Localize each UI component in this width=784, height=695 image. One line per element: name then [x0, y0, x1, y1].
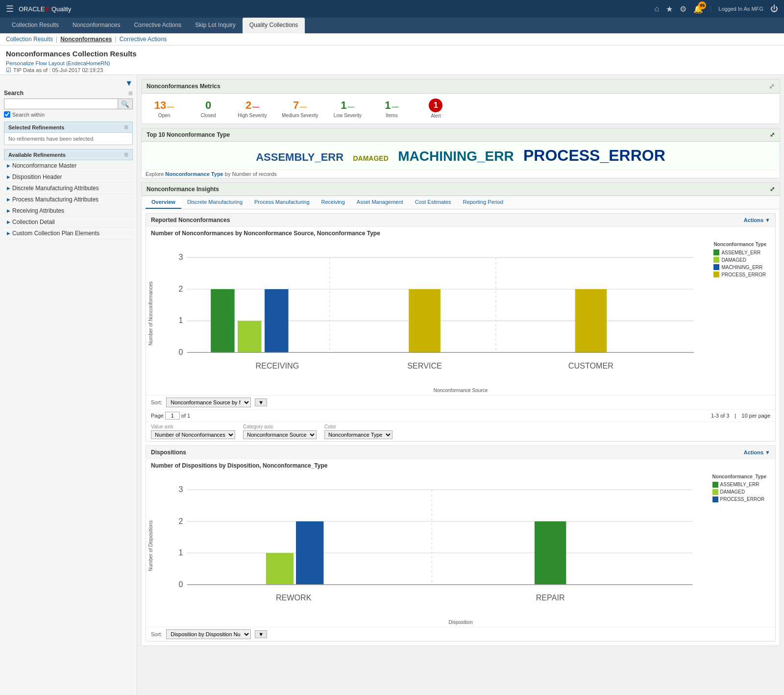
power-icon[interactable]: ⏻: [770, 4, 778, 13]
star-icon[interactable]: ★: [666, 4, 673, 14]
tab-receiving[interactable]: Receiving: [316, 196, 351, 209]
metrics-card: Nonconformances Metrics ⤢ 13 — Open 0: [141, 79, 780, 124]
refinements-list: Nonconformance Master Disposition Header…: [4, 160, 133, 239]
refinement-disposition-header[interactable]: Disposition Header: [4, 172, 133, 183]
chart2-section-header: Dispositions Actions ▼: [146, 446, 775, 459]
chart2-area: Number of Dispositions 3 2 1 0: [146, 472, 775, 620]
nav-tab-quality-collections[interactable]: Quality Collections: [243, 18, 305, 33]
chart2-section: Dispositions Actions ▼ Number of Disposi…: [146, 446, 776, 642]
insights-tabs: Overview Discrete Manufacturing Process …: [142, 196, 780, 209]
svg-text:3: 3: [178, 485, 183, 494]
tab-discrete-manufacturing[interactable]: Discrete Manufacturing: [181, 196, 248, 209]
tag-process-error[interactable]: PROCESS_ERROR: [523, 147, 665, 164]
svg-rect-31: [535, 521, 566, 585]
search-expand-icon[interactable]: ⊞: [128, 90, 133, 97]
insights-expand-icon[interactable]: ⤢: [770, 186, 775, 193]
tab-cost-estimates[interactable]: Cost Estimates: [409, 196, 457, 209]
metric-high-severity: 2 — High Severity: [238, 99, 267, 118]
search-input[interactable]: [4, 99, 118, 109]
nav-tabs: Collection Results Nonconformances Corre…: [0, 18, 784, 33]
refinement-process-manufacturing[interactable]: Process Manufacturing Attributes: [4, 194, 133, 205]
metrics-row: 13 — Open 0 Closed 2 —: [142, 94, 780, 124]
tab-asset-management[interactable]: Asset Management: [351, 196, 409, 209]
legend-item-process-error: PROCESS_ERROR: [713, 272, 766, 277]
chart2-legend-process-error: PROCESS_ERROR: [712, 496, 766, 502]
oracle-logo: ORACLE® Quality: [19, 5, 71, 13]
chart1-sort-select[interactable]: Nonconformance Source by f: [166, 397, 251, 407]
chart1-actions-button[interactable]: Actions ▼: [744, 217, 770, 223]
tagcloud-content: ASSEMBLY_ERR DAMAGED MACHINING_ERR PROCE…: [142, 142, 780, 170]
personalize-link[interactable]: Personalize Flow Layout (EndecaHomeRN): [6, 60, 110, 66]
tab-overview[interactable]: Overview: [146, 196, 181, 209]
refinement-nonconformance-master[interactable]: Nonconformance Master: [4, 160, 133, 172]
home-icon[interactable]: ⌂: [654, 4, 659, 13]
metric-closed: 0 Closed: [194, 99, 223, 118]
chart1-value-axis-select[interactable]: Number of Nonconformances: [151, 430, 235, 439]
hamburger-icon[interactable]: ☰: [6, 3, 14, 14]
filter-icon[interactable]: ▼: [125, 79, 133, 88]
checkbox-icon: ☑: [6, 67, 11, 74]
actions-dropdown-icon: ▼: [765, 217, 770, 223]
chart1-content: 3 2 1 0 RECEIVING: [155, 240, 710, 388]
chart2-x-axis-label: Disposition: [146, 620, 775, 625]
breadcrumb-collection-results[interactable]: Collection Results: [6, 36, 53, 43]
logged-in-label: Logged In As MFG: [718, 6, 763, 12]
notification-bell[interactable]: 🔔 95: [693, 4, 703, 14]
metrics-expand-icon[interactable]: ⤢: [769, 82, 775, 90]
refinement-collection-detail[interactable]: Collection Detail: [4, 217, 133, 228]
svg-text:1: 1: [179, 316, 183, 324]
chart2-controls: Sort: Disposition by Disposition Nu ▼: [146, 627, 775, 641]
nav-tab-skip-lot[interactable]: Skip Lot Inquiry: [188, 18, 243, 33]
selected-refinements-expand-icon[interactable]: ⊞: [124, 124, 128, 130]
metric-items: 1 — Items: [377, 99, 406, 118]
top-header: ☰ ORACLE® Quality ⌂ ★ ⚙ 🔔 95 | Logged In…: [0, 0, 784, 18]
tab-process-manufacturing[interactable]: Process Manufacturing: [248, 196, 316, 209]
available-refinements-section: Available Refinements ⊞ Nonconformance M…: [4, 149, 133, 239]
search-input-wrap: 🔍: [4, 99, 133, 109]
chart1-sort-dropdown[interactable]: ▼: [255, 398, 267, 406]
chart2-content: 3 2 1 0 REWORK REPAIR: [155, 472, 709, 620]
chart2-actions-button[interactable]: Actions ▼: [744, 449, 770, 455]
chart1-category-axis-select[interactable]: Nonconformance Source: [243, 430, 317, 439]
svg-text:1: 1: [178, 548, 183, 557]
breadcrumb-corrective-actions[interactable]: Corrective Actions: [120, 36, 167, 43]
available-refinements-expand-icon[interactable]: ⊞: [124, 151, 128, 158]
svg-rect-16: [575, 289, 607, 352]
chart1-y-axis: Number of Nonconformances: [146, 240, 155, 388]
chart2-legend-damaged: DAMAGED: [712, 489, 766, 495]
search-within-checkbox[interactable]: [4, 111, 10, 118]
chart1-color-axis: Color Nonconformance Type: [324, 424, 392, 439]
metric-open: 13 — Open: [149, 99, 179, 118]
chart2-sort-select[interactable]: Disposition by Disposition Nu: [166, 629, 251, 639]
breadcrumb-nonconformances[interactable]: Nonconformances: [60, 36, 112, 43]
chart1-page-input[interactable]: [165, 412, 180, 420]
search-within: Search within: [4, 111, 133, 118]
chart1-area: Number of Nonconformances 3 2 1: [146, 240, 775, 388]
nav-tab-corrective-actions[interactable]: Corrective Actions: [127, 18, 188, 33]
tagcloud-expand-icon[interactable]: ⤢: [770, 131, 775, 138]
tab-reporting-period[interactable]: Reporting Period: [457, 196, 510, 209]
chart2-sort-dropdown[interactable]: ▼: [255, 630, 267, 638]
refinement-receiving[interactable]: Receiving Attributes: [4, 205, 133, 217]
tagcloud-explore: Explore Nonconformance Type by Number of…: [142, 170, 780, 178]
metric-alert: 1 Alert: [421, 99, 450, 119]
nav-tab-collection-results[interactable]: Collection Results: [5, 18, 66, 33]
svg-text:0: 0: [179, 348, 183, 356]
gear-icon[interactable]: ⚙: [680, 4, 686, 14]
chart1-controls: Sort: Nonconformance Source by f ▼: [146, 395, 775, 409]
chart2-legend: Nonconformance_Type ASSEMBLY_ERR DAMAGED…: [709, 472, 770, 620]
svg-rect-13: [409, 289, 441, 352]
tag-machining-err[interactable]: MACHINING_ERR: [398, 149, 514, 164]
insights-header: Nonconformance Insights ⤢: [142, 183, 780, 196]
header-left: ☰ ORACLE® Quality: [6, 3, 71, 14]
chart1-color-select[interactable]: Nonconformance Type: [324, 430, 392, 439]
selected-refinements-content: No refinements have been selected.: [4, 133, 133, 145]
tag-assembly-err[interactable]: ASSEMBLY_ERR: [256, 151, 343, 163]
chart1-section: Reported Nonconformances Actions ▼ Numbe…: [146, 213, 776, 442]
refinement-custom-collection[interactable]: Custom Collection Plan Elements: [4, 228, 133, 239]
search-button[interactable]: 🔍: [118, 99, 132, 109]
svg-rect-28: [296, 521, 323, 585]
nav-tab-nonconformances[interactable]: Nonconformances: [66, 18, 127, 33]
tag-damaged[interactable]: DAMAGED: [353, 154, 388, 162]
refinement-discrete-manufacturing[interactable]: Discrete Manufacturing Attributes: [4, 183, 133, 194]
